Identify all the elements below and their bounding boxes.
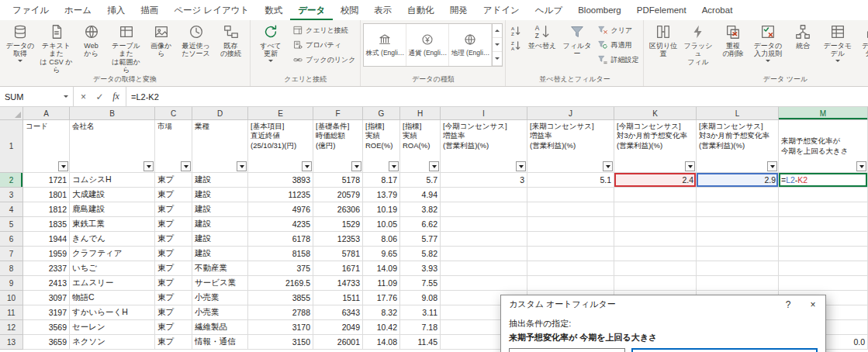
cell-D4[interactable]: 建設 (192, 202, 248, 217)
cell-C8[interactable]: 東プ (155, 261, 192, 276)
row-header-3[interactable]: 3 (0, 188, 23, 202)
menu-tab-3[interactable]: 挿入 (99, 0, 133, 20)
cell-C1[interactable]: 市場 (155, 120, 192, 173)
from-image-button[interactable]: 画像か ら (144, 21, 178, 74)
column-header-D[interactable]: D (192, 107, 248, 120)
filter-dropdown-button[interactable] (856, 161, 866, 171)
cell-C5[interactable]: 東プ (155, 217, 192, 232)
cell-I8[interactable] (441, 261, 527, 276)
column-header-C[interactable]: C (155, 107, 192, 120)
queries-connections-button[interactable]: クエリと接続 (289, 23, 358, 37)
menu-tab-5[interactable]: ページ レイアウト (166, 0, 257, 20)
cell-F5[interactable]: 1529 (313, 217, 363, 232)
cell-G13[interactable]: 14.08 (363, 335, 400, 350)
cell-K4[interactable] (614, 202, 697, 217)
cell-B7[interactable]: クラフティア (70, 247, 155, 261)
cell-H9[interactable]: 7.55 (400, 276, 441, 291)
column-header-I[interactable]: I (441, 107, 527, 120)
row-header-2[interactable]: 2 (0, 173, 23, 188)
cell-A10[interactable]: 3097 (23, 291, 70, 305)
filter-dropdown-button[interactable] (58, 161, 68, 171)
cell-D9[interactable]: サービス業 (192, 276, 248, 291)
row-header-9[interactable]: 9 (0, 276, 23, 291)
cell-M4[interactable] (779, 202, 868, 217)
cell-F6[interactable]: 12353 (313, 232, 363, 247)
data-model-button[interactable]: データモ デル (820, 21, 855, 74)
cell-G7[interactable]: 9.65 (363, 247, 400, 261)
cell-E8[interactable]: 375 (248, 261, 313, 276)
cell-K3[interactable] (614, 188, 697, 202)
cell-J9[interactable] (527, 276, 614, 291)
cell-D3[interactable]: 建設 (192, 188, 248, 202)
menu-tab-9[interactable]: 表示 (366, 0, 399, 20)
menu-tab-11[interactable]: 開発 (442, 0, 475, 20)
cell-D2[interactable]: 建設 (192, 173, 248, 188)
cell-E11[interactable]: 2788 (248, 305, 313, 320)
cell-H8[interactable]: 3.93 (400, 261, 441, 276)
filter-dropdown-button[interactable] (181, 161, 191, 171)
cell-D10[interactable]: 小売業 (192, 291, 248, 305)
cell-H11[interactable]: 3.11 (400, 305, 441, 320)
get-data-button[interactable]: データの 取得 (2, 21, 39, 74)
cell-L8[interactable] (697, 261, 779, 276)
cell-E4[interactable]: 4976 (248, 202, 313, 217)
name-box[interactable]: SUM (0, 87, 74, 106)
cell-E7[interactable]: 8158 (248, 247, 313, 261)
cell-H2[interactable]: 5.7 (400, 173, 441, 188)
cell-A6[interactable]: 1944 (23, 232, 70, 247)
value1-input[interactable]: 1 (631, 348, 818, 352)
cell-B8[interactable]: いちご (70, 261, 155, 276)
cell-A2[interactable]: 1721 (23, 173, 70, 188)
cell-I4[interactable] (441, 202, 527, 217)
row-header-5[interactable]: 5 (0, 217, 23, 232)
row-header-1[interactable]: 1 (0, 120, 23, 173)
row-header-7[interactable]: 7 (0, 247, 23, 261)
cell-J2[interactable]: 5.1 (527, 173, 614, 188)
cell-B12[interactable]: セーレン (70, 320, 155, 335)
cell-K8[interactable] (614, 261, 697, 276)
advanced-filter-button[interactable]: 詳細設定 (594, 53, 641, 67)
cell-G1[interactable]: [指標] 実績 ROE(%) (363, 120, 400, 173)
menu-tab-14[interactable]: Bloomberg (570, 0, 629, 20)
operator1-dropdown[interactable]: より大きい (509, 348, 625, 352)
cell-M2[interactable]: =L2-K2 (779, 173, 868, 188)
cell-G5[interactable]: 10.05 (363, 217, 400, 232)
cell-H3[interactable]: 4.94 (400, 188, 441, 202)
row-header-12[interactable]: 12 (0, 320, 23, 335)
column-header-K[interactable]: K (614, 107, 697, 120)
row-header-4[interactable]: 4 (0, 202, 23, 217)
row-header-10[interactable]: 10 (0, 291, 23, 305)
cell-G2[interactable]: 8.17 (363, 173, 400, 188)
cell-C13[interactable]: 東プ (155, 335, 192, 350)
filter-dropdown-button[interactable] (302, 161, 312, 171)
cell-D12[interactable]: 繊維製品 (192, 320, 248, 335)
cell-L6[interactable] (697, 232, 779, 247)
cell-G6[interactable]: 8.06 (363, 232, 400, 247)
stocks-data-type[interactable]: 株式 (Engli… (364, 24, 406, 66)
cell-A4[interactable]: 1812 (23, 202, 70, 217)
cell-F1[interactable]: [基礎条件] 時価総額 (億円) (313, 120, 363, 173)
cell-C3[interactable]: 東プ (155, 188, 192, 202)
cell-C4[interactable]: 東プ (155, 202, 192, 217)
menu-tab-15[interactable]: PDFelement (629, 0, 694, 20)
cell-F13[interactable]: 26001 (313, 335, 363, 350)
cell-I6[interactable] (441, 232, 527, 247)
filter-dropdown-button[interactable] (767, 161, 777, 171)
cell-B4[interactable]: 鹿島建設 (70, 202, 155, 217)
menu-tab-4[interactable]: 描画 (133, 0, 166, 20)
from-web-button[interactable]: Web から (74, 21, 109, 74)
cell-E9[interactable]: 2169.5 (248, 276, 313, 291)
cell-I5[interactable] (441, 217, 527, 232)
cell-K9[interactable] (614, 276, 697, 291)
cell-D13[interactable]: 情報・通信 (192, 335, 248, 350)
cell-A1[interactable]: コード (23, 120, 70, 173)
cell-E12[interactable]: 3170 (248, 320, 313, 335)
menu-tab-12[interactable]: アドイン (475, 0, 527, 20)
cell-A11[interactable]: 3197 (23, 305, 70, 320)
cancel-entry-button[interactable]: × (75, 89, 92, 105)
gallery-more-button[interactable] (493, 52, 502, 66)
gallery-up-button[interactable] (493, 24, 502, 38)
cell-H7[interactable]: 5.82 (400, 247, 441, 261)
formula-input[interactable]: =L2-K2 (126, 87, 868, 106)
cell-D6[interactable]: 建設 (192, 232, 248, 247)
